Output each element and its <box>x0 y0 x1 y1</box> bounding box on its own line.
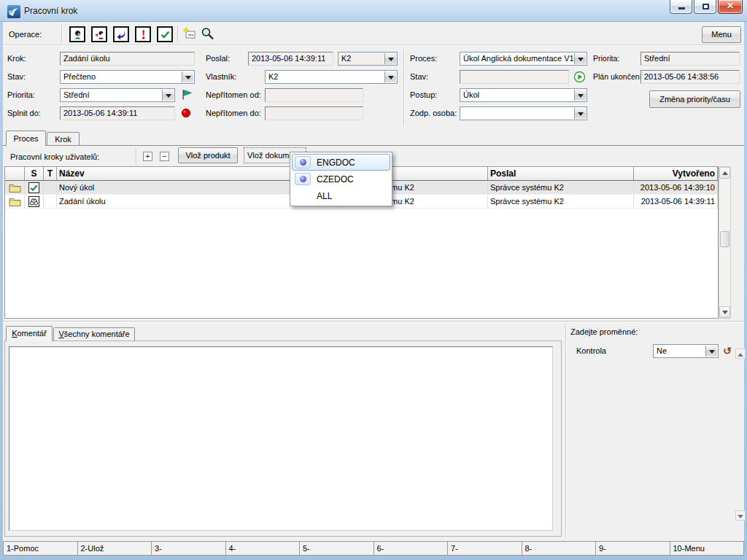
nepritomen-od-field <box>265 88 363 102</box>
fkey-9[interactable]: 9- <box>595 541 670 556</box>
header-vytvoreno[interactable]: Vytvořeno <box>634 167 718 180</box>
poslal-date-field: 2013-05-06 14:39:11 <box>248 52 333 66</box>
section-divider <box>3 321 744 322</box>
priorita-label: Priorita: <box>7 88 35 102</box>
postup-combo[interactable]: Úkol <box>460 88 587 102</box>
fkey-7[interactable]: 7- <box>447 541 522 556</box>
zoom-icon[interactable] <box>199 26 215 42</box>
steps-label: Pracovní kroky uživatelů: <box>10 149 99 165</box>
scroll-up-icon[interactable] <box>719 167 730 179</box>
kontrola-value: Ne <box>657 345 705 357</box>
chevron-down-icon[interactable] <box>574 108 586 119</box>
header-t[interactable]: T <box>44 167 57 180</box>
insert-product-button[interactable]: Vlož produkt <box>178 147 238 163</box>
app-icon <box>7 5 20 18</box>
comment-scroll-down-icon[interactable] <box>735 510 746 521</box>
new-note-icon[interactable] <box>182 26 198 42</box>
chevron-down-icon[interactable] <box>182 71 193 82</box>
cell-poslal: Správce systému K2 <box>488 195 634 208</box>
splnit-do-field: 2013-05-06 14:39:11 <box>60 106 175 120</box>
krok-field: Zadání úkolu <box>60 52 195 66</box>
close-button[interactable]: ✕ <box>718 0 743 14</box>
header-icon-col[interactable] <box>5 167 25 180</box>
chevron-down-icon[interactable] <box>384 71 396 82</box>
app-window: Pracovní krok ✕ Operace: Menu Krok: Zadá… <box>0 0 747 560</box>
priorita2-field: Střední <box>640 52 740 66</box>
step-arrow-icon[interactable] <box>113 26 129 42</box>
scroll-down-icon[interactable] <box>719 306 730 318</box>
red-ball-icon <box>181 108 191 118</box>
fkey-3[interactable]: 3- <box>151 541 226 556</box>
play-icon[interactable] <box>573 71 586 83</box>
stav-combo[interactable]: Přečteno <box>60 70 195 84</box>
fkey-8[interactable]: 8- <box>522 541 597 556</box>
maximize-button[interactable] <box>694 0 716 14</box>
window-title: Pracovní krok <box>24 6 77 16</box>
table-vertical-scrollbar[interactable] <box>719 166 731 319</box>
close-icon: ✕ <box>719 1 742 11</box>
poslal-label: Poslal: <box>206 52 230 66</box>
header-poslal[interactable]: Poslal <box>488 167 634 180</box>
fkey-4[interactable]: 4- <box>225 541 301 556</box>
form-separator <box>403 50 405 125</box>
header-s[interactable]: S <box>25 167 44 180</box>
proces-value: Úkol Anglická dokumentace V13 <box>463 52 573 65</box>
tab-krok[interactable]: Krok <box>47 132 80 146</box>
zodp-osoba-label: Zodp. osoba: <box>410 106 457 120</box>
fkey-1[interactable]: 1-Pomoc <box>3 541 78 556</box>
chevron-down-icon[interactable] <box>574 90 586 101</box>
vlastnik-combo[interactable]: K2 <box>265 70 398 84</box>
approve-check-icon[interactable] <box>157 26 173 42</box>
expand-plus-button[interactable]: + <box>143 152 152 161</box>
kontrola-combo[interactable]: Ne <box>653 344 719 358</box>
collapse-minus-button[interactable]: − <box>160 152 169 161</box>
tab-panel-border <box>3 145 744 146</box>
proces-combo[interactable]: Úkol Anglická dokumentace V13 <box>460 52 587 66</box>
variables-separator <box>565 324 567 537</box>
menu-item-all[interactable]: ALL <box>292 187 390 204</box>
fkey-10[interactable]: 10-Menu <box>670 541 745 556</box>
nepritomen-od-label: Nepřítomen od: <box>206 88 261 102</box>
postup-value: Úkol <box>463 89 573 101</box>
minimize-button[interactable] <box>670 0 692 14</box>
sphere-icon <box>295 173 311 185</box>
splnit-do-label: Splnit do: <box>7 106 41 120</box>
variables-title: Zadejte proměnné: <box>570 325 638 339</box>
menu-item-label: ENGDOC <box>317 158 355 168</box>
priorita2-label: Priorita: <box>593 52 619 66</box>
user-forward-icon[interactable] <box>91 26 107 42</box>
plan-ukonceni-field: 2013-05-06 14:38:56 <box>640 70 740 84</box>
tab-vsechny-komentare[interactable]: Všechny komentáře <box>53 327 135 341</box>
chevron-down-icon[interactable] <box>162 90 174 101</box>
priority-exclamation-icon[interactable] <box>135 26 151 42</box>
fkey-5[interactable]: 5- <box>299 541 374 556</box>
fkey-6[interactable]: 6- <box>374 541 449 556</box>
menu-item-engdoc[interactable]: ENGDOC <box>292 154 390 171</box>
undo-history-icon[interactable]: ↺ <box>723 346 732 356</box>
menu-item-czedoc[interactable]: CZEDOC <box>292 171 390 187</box>
tab-komentar[interactable]: Komentář <box>6 326 53 341</box>
menu-button[interactable]: Menu <box>702 26 741 43</box>
cell-vytvoreno: 2013-05-06 14:39:10 <box>634 181 718 194</box>
steps-separator <box>136 148 137 165</box>
change-priority-button[interactable]: Změna priority/času <box>649 90 740 108</box>
fkey-2[interactable]: 2-Ulož <box>77 541 152 556</box>
flag-icon <box>181 88 193 101</box>
krok-label: Krok: <box>7 52 26 66</box>
binoculars-icon <box>28 196 39 207</box>
priorita-value: Střední <box>63 89 161 101</box>
scrollbar-thumb[interactable] <box>720 231 729 247</box>
zodp-osoba-combo[interactable] <box>460 106 587 120</box>
poslal-user-combo[interactable]: K2 <box>338 52 398 66</box>
tab-proces[interactable]: Proces <box>6 131 46 146</box>
comment-textarea[interactable] <box>9 346 553 531</box>
stav2-field <box>460 70 569 84</box>
poslal-user-value: K2 <box>341 52 384 65</box>
chevron-down-icon[interactable] <box>384 53 396 64</box>
priorita-combo[interactable]: Střední <box>60 88 175 102</box>
chevron-down-icon[interactable] <box>574 53 586 64</box>
chevron-down-icon[interactable] <box>705 346 717 357</box>
plan-ukonceni-label: Plán ukončení: <box>593 70 643 84</box>
user-accept-icon[interactable] <box>69 26 85 42</box>
comment-scroll-up-icon[interactable] <box>735 349 746 359</box>
